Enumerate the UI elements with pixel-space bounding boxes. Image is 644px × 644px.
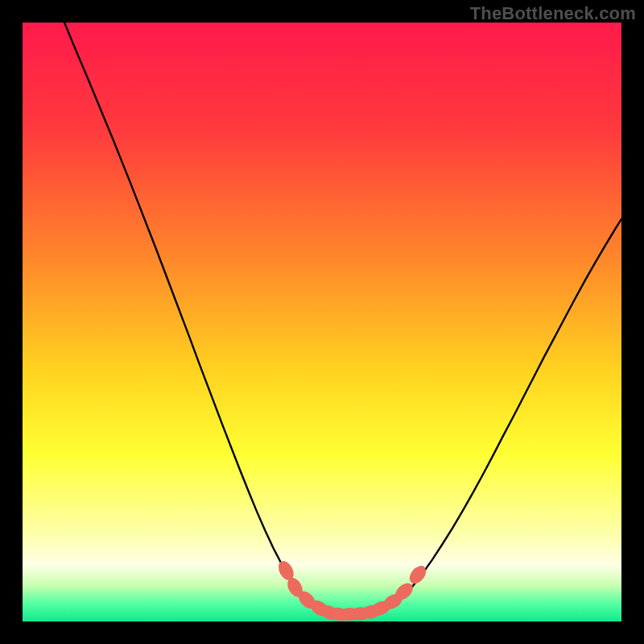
chart-frame: TheBottleneck.com <box>0 0 644 644</box>
watermark-text: TheBottleneck.com <box>470 3 636 24</box>
gradient-background <box>23 23 621 621</box>
chart-svg <box>23 23 621 621</box>
plot-area <box>23 23 621 621</box>
